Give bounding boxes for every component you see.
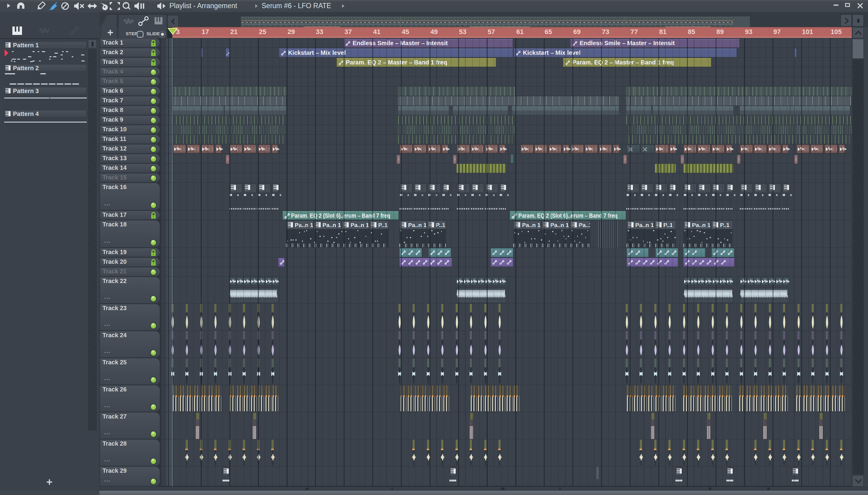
svg-text:STEP: STEP [126, 31, 137, 36]
svg-text:SLIDE: SLIDE [146, 31, 160, 36]
